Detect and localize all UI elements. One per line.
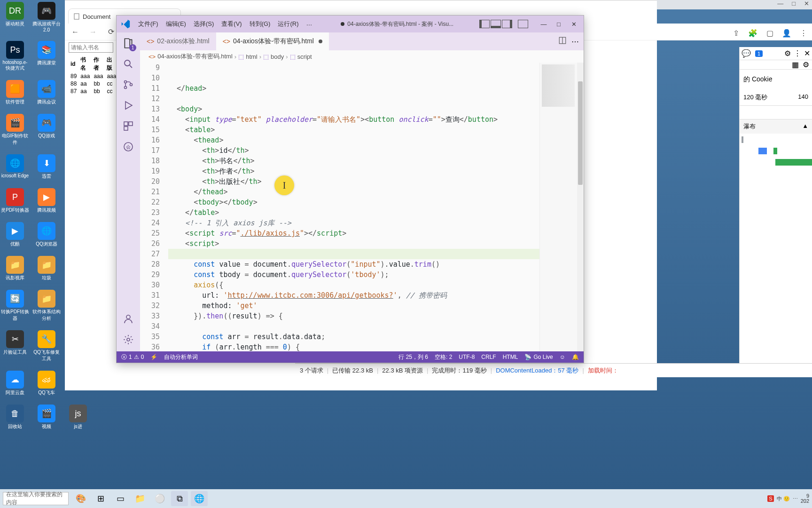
extensions-icon[interactable]: 🧩 (746, 26, 759, 40)
tray-more-icon[interactable]: ⋯ (793, 496, 798, 502)
layout-right-icon[interactable] (502, 20, 512, 28)
code-editor[interactable]: 9101112131415161718192021222324252627282… (140, 63, 584, 351)
lightning-icon[interactable]: ⚡ (150, 354, 157, 360)
explorer-icon[interactable]: 1 (121, 36, 135, 50)
desktop-icon[interactable]: ✂片验证工具 (1, 330, 29, 362)
debug-icon[interactable] (121, 98, 135, 112)
maximize-icon[interactable]: □ (553, 19, 565, 29)
close-icon[interactable]: ✕ (568, 19, 580, 29)
search-icon[interactable] (121, 57, 135, 71)
scrollbar-thumb[interactable] (578, 81, 583, 185)
more-actions-icon[interactable]: ⋯ (571, 37, 579, 46)
go-live-button[interactable]: 📡 Go Live (524, 353, 553, 361)
indentation[interactable]: 空格: 2 (435, 353, 452, 361)
desktop-icon[interactable]: 📁讯影视库 (1, 256, 29, 281)
browser-min-icon[interactable]: — (777, 0, 783, 7)
desktop-icon[interactable]: 🎮腾讯游戏平台2.0 (32, 2, 61, 32)
desktop-icon[interactable]: 📁垃圾 (32, 256, 61, 281)
language-mode[interactable]: HTML (503, 353, 518, 361)
desktop-icon[interactable]: 🔧QQ飞车修复工具 (32, 330, 61, 362)
remote-icon[interactable]: 会 (121, 140, 135, 154)
cursor-position[interactable]: 行 25，列 6 (398, 353, 428, 361)
code-area[interactable]: </head> <body> <input type="text" placeh… (168, 63, 539, 351)
desktop-icon[interactable]: 📁软件体系结构分析 (32, 290, 61, 322)
vscode-taskbar-icon[interactable]: ⧉ (171, 491, 188, 506)
taskbar-search-input[interactable]: 在这里输入你要搜索的内容 (3, 492, 69, 505)
minimap[interactable] (539, 63, 577, 351)
menu-item[interactable]: 选择(S) (191, 18, 217, 30)
menu-item[interactable]: 编辑(E) (163, 18, 189, 30)
menu-icon[interactable]: ⋮ (797, 26, 810, 40)
share-icon[interactable]: ⇪ (729, 26, 742, 40)
layout-left-icon[interactable] (479, 20, 490, 28)
app-icon[interactable]: ⚪ (151, 491, 168, 506)
desktop-icon[interactable]: 🎬视频 (32, 405, 61, 430)
minimize-icon[interactable]: — (538, 19, 550, 29)
devtools-close-icon[interactable]: ✕ (804, 49, 810, 58)
editor-tab[interactable]: <>02-axios体验.html (140, 32, 216, 50)
desktop-icon[interactable]: 🌐icrosoft Edge (1, 154, 29, 180)
problems-button[interactable]: ⓧ1 ⚠0 (121, 353, 144, 361)
extensions-icon[interactable] (121, 119, 135, 133)
desktop-icon[interactable]: jsjs进 (64, 405, 92, 430)
desktop-icon[interactable]: P灵PDF转换器 (1, 188, 29, 214)
breadcrumb-item[interactable]: ⬚script (290, 53, 312, 60)
source-control-icon[interactable] (121, 78, 135, 92)
desktop-icon[interactable]: 🗑回收站 (1, 405, 29, 430)
split-editor-icon[interactable] (558, 36, 567, 47)
book-search-input[interactable] (69, 42, 113, 53)
desktop-icon[interactable]: 🎮QQ游戏 (32, 114, 61, 146)
account-icon[interactable] (121, 312, 135, 326)
desktop-icon[interactable]: ▶优酷 (1, 222, 29, 247)
back-icon[interactable]: ← (69, 25, 82, 39)
desktop-icon[interactable]: Pshotoshop.e-快捷方式 (1, 41, 29, 71)
desktop-icon[interactable]: ▶腾讯视频 (32, 188, 61, 214)
analyze-words-button[interactable]: 自动分析单词 (164, 353, 198, 361)
browser-close-icon[interactable]: ✕ (804, 0, 809, 7)
desktop-icon[interactable]: 🌐QQ浏览器 (32, 222, 61, 247)
eol[interactable]: CRLF (481, 353, 496, 361)
chrome-taskbar-icon[interactable]: 🌐 (191, 491, 208, 506)
waterfall-header[interactable]: 瀑布 ▲ (740, 119, 812, 134)
filter-icon[interactable]: ▦ (792, 60, 799, 69)
desktop-icon[interactable]: 🟧软件管理 (1, 80, 29, 105)
desktop-icon[interactable]: 🔄转换PDF转换器 (1, 290, 29, 322)
vscode-titlebar[interactable]: 文件(F)编辑(E)选择(S)查看(V)转到(G)运行(R)… 04-axios… (117, 16, 584, 32)
taskview2-icon[interactable]: ▭ (112, 491, 129, 506)
gear-icon[interactable]: ⚙ (803, 60, 809, 69)
tray-ime-icon[interactable]: S (767, 495, 773, 502)
gear-icon[interactable]: ⚙ (784, 49, 791, 58)
desktop-icon[interactable]: DR驱动精灵 (1, 2, 29, 32)
profile-icon[interactable]: 👤 (780, 26, 793, 40)
reading-list-icon[interactable]: ▢ (763, 26, 776, 40)
reload-icon[interactable]: ⟳ (104, 25, 117, 39)
menu-item[interactable]: 转到(G) (247, 18, 273, 30)
encoding[interactable]: UTF-8 (459, 353, 475, 361)
tray-date[interactable]: 202 (801, 499, 809, 504)
taskview-icon[interactable]: ⊞ (92, 491, 109, 506)
devtools-more-icon[interactable]: ⋮ (794, 49, 801, 58)
scrollbar[interactable] (577, 63, 584, 351)
desktop-icon[interactable]: ☁阿里云盘 (1, 371, 29, 396)
file-explorer-icon[interactable]: 📁 (132, 491, 148, 506)
menu-item[interactable]: 运行(R) (275, 18, 301, 30)
menu-item[interactable]: 查看(V) (219, 18, 244, 30)
feedback-icon[interactable]: ☺ (560, 353, 565, 361)
desktop-icon[interactable]: 🏎QQ飞车 (32, 371, 61, 396)
messages-icon[interactable]: 💬 (742, 49, 751, 58)
desktop-icon[interactable]: 🎬电GIF制作软件 (1, 114, 29, 146)
menu-item[interactable]: … (303, 18, 315, 30)
breadcrumb-item[interactable]: ⬚html (238, 53, 258, 60)
breadcrumb-item[interactable]: <>04-axios体验-带有密码.html (148, 52, 233, 61)
layout-bottom-icon[interactable] (491, 20, 501, 28)
bell-icon[interactable]: 🔔 (572, 353, 579, 361)
browser-max-icon[interactable]: □ (792, 0, 796, 7)
cortana-icon[interactable]: 🎨 (72, 491, 89, 506)
menu-item[interactable]: 文件(F) (135, 18, 161, 30)
editor-tab[interactable]: <>04-axios体验-带有密码.html (216, 32, 329, 50)
desktop-icon[interactable]: ⬇迅雷 (32, 154, 61, 180)
settings-gear-icon[interactable] (121, 333, 135, 347)
desktop-icon[interactable]: 📹腾讯会议 (32, 80, 61, 105)
forward-icon[interactable]: → (86, 25, 100, 39)
breadcrumb-item[interactable]: ⬚body (263, 53, 284, 60)
